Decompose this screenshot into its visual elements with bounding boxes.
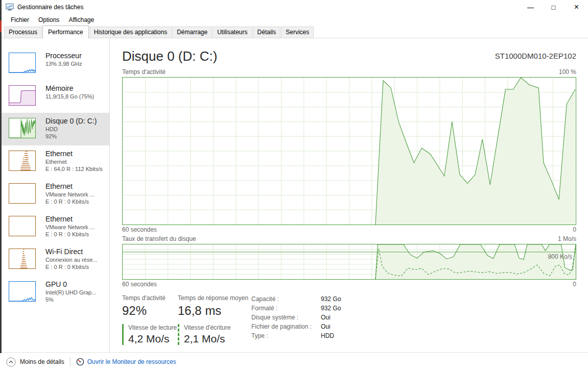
sidebar-item-sub: Connexion au rése... — [45, 256, 98, 263]
sidebar-item-sub: E : 0 R : 0 Kbits/s — [45, 263, 98, 270]
sidebar-item-cpu[interactable]: Processeur 13% 3,98 GHz — [2, 47, 109, 80]
chevron-up-circle-icon — [6, 357, 16, 367]
disk-stats: Temps d'activité 92% Vitesse de lecture … — [122, 294, 576, 345]
sidebar-item-title: Processeur — [45, 52, 82, 60]
detail-key: Capacité : — [251, 294, 321, 304]
tab-utilisateurs[interactable]: Utilisateurs — [213, 27, 252, 38]
sidebar-item-sub: 13% 3,98 GHz — [45, 60, 82, 67]
sidebar-item-title: Ethernet — [45, 182, 95, 191]
sidebar-item-sub: HDD — [45, 126, 97, 133]
cpu-sparkline — [9, 53, 36, 73]
tab-historique[interactable]: Historique des applications — [89, 27, 172, 38]
sidebar-item-title: Ethernet — [45, 150, 103, 158]
gauge-icon — [76, 358, 84, 366]
transfer-chart-max: 1 Mo/s — [558, 235, 576, 242]
less-details-button[interactable]: Moins de détails — [20, 358, 64, 365]
sidebar-item-sub: E : 64,0 R : 112 Kbits/s — [45, 165, 103, 172]
titlebar: Gestionnaire des tâches — □ × — [2, 0, 588, 14]
sidebar-item-sub: Intel(R) UHD Grap... — [45, 289, 97, 296]
activity-chart-label: Temps d'activité — [122, 68, 166, 76]
background-window-edge — [0, 0, 2, 353]
sidebar-item-ethernet-3[interactable]: Ethernet VMware Network ... E : 0 R : 0 … — [2, 211, 109, 243]
sidebar-item-wifi-direct[interactable]: Wi-Fi Direct Connexion au rése... E : 0 … — [2, 243, 109, 276]
activity-stat-label: Temps d'activité — [122, 294, 178, 302]
sidebar-item-ethernet-2[interactable]: Ethernet VMware Network ... E : 0 R : 0 … — [2, 178, 109, 211]
sidebar-item-disk[interactable]: Disque 0 (D: C:) HDD 92% — [2, 113, 109, 145]
sidebar-item-title: Mémoire — [45, 84, 94, 93]
transfer-chart-xlabel: 60 secondes — [122, 281, 157, 288]
activity-chart-xlabel: 60 secondes — [122, 226, 157, 233]
detail-value: Oui — [321, 322, 331, 331]
read-speed-label: Vitesse de lecture — [128, 324, 178, 331]
open-resource-monitor-link[interactable]: Ouvrir le Moniteur de ressources — [87, 358, 176, 365]
sidebar-item-title: Disque 0 (D: C:) — [45, 117, 97, 126]
sidebar-item-title: Ethernet — [45, 215, 95, 224]
detail-key: Disque système : — [251, 313, 321, 322]
tab-performance[interactable]: Performance — [42, 26, 89, 38]
ethernet-sparkline — [9, 183, 36, 204]
menu-affichage[interactable]: Affichage — [64, 15, 99, 25]
sidebar-item-sub: VMware Network ... — [45, 224, 95, 231]
detail-key: Fichier de pagination : — [251, 322, 321, 331]
sidebar-item-ethernet-1[interactable]: Ethernet Ethernet E : 64,0 R : 112 Kbits… — [2, 145, 109, 178]
statusbar: Moins de détails Ouvrir le Moniteur de r… — [2, 352, 588, 371]
sidebar-item-gpu[interactable]: GPU 0 Intel(R) UHD Grap... 5% — [2, 276, 109, 309]
sidebar-item-title: GPU 0 — [45, 280, 97, 289]
detail-key: Formaté : — [251, 304, 321, 313]
performance-sidebar: Processeur 13% 3,98 GHz Mémoire 11,9/15,… — [2, 38, 110, 352]
wifi-sparkline — [9, 249, 36, 269]
activity-chart-xright: 0 — [573, 226, 576, 233]
disk-model-name: ST1000DM010-2EP102 — [495, 52, 576, 60]
disk-performance-panel: Disque 0 (D: C:) ST1000DM010-2EP102 Temp… — [110, 38, 588, 352]
statusbar-divider — [70, 357, 70, 366]
detail-value: HDD — [321, 331, 334, 340]
menu-options[interactable]: Options — [34, 15, 64, 25]
minimize-button[interactable]: — — [519, 0, 542, 14]
detail-value: 932 Go — [321, 304, 341, 313]
task-manager-icon — [6, 3, 14, 11]
write-speed-value: 2,1 Mo/s — [184, 333, 251, 345]
memory-sparkline — [9, 85, 36, 106]
tab-processus[interactable]: Processus — [4, 27, 42, 38]
transfer-ref-label: 800 Ko/s — [548, 253, 572, 260]
read-speed-value: 4,2 Mo/s — [128, 333, 178, 345]
sidebar-item-sub: Ethernet — [45, 158, 103, 165]
ethernet-sparkline — [9, 216, 36, 236]
tab-services[interactable]: Services — [281, 27, 314, 38]
disk-transfer-chart: 800 Ko/s — [122, 244, 576, 280]
sidebar-item-memory[interactable]: Mémoire 11,9/15,8 Go (75%) — [2, 80, 109, 113]
sidebar-item-title: Wi-Fi Direct — [45, 248, 98, 256]
response-stat-label: Temps de réponse moyen — [178, 294, 251, 302]
maximize-button[interactable]: □ — [542, 0, 565, 14]
disk-details-table: Capacité :932 Go Formaté :932 Go Disque … — [251, 294, 341, 345]
task-manager-window: Gestionnaire des tâches — □ × Fichier Op… — [0, 0, 588, 371]
sidebar-item-sub: VMware Network ... — [45, 191, 95, 198]
response-stat-value: 16,8 ms — [178, 304, 251, 318]
sidebar-item-sub: 92% — [45, 133, 97, 140]
gpu-sparkline — [9, 281, 36, 302]
tab-details[interactable]: Détails — [253, 27, 281, 38]
disk-sparkline — [9, 118, 36, 138]
activity-stat-value: 92% — [122, 304, 178, 318]
write-speed-block: Vitesse d'écriture 2,1 Mo/s — [178, 324, 251, 345]
detail-value: 932 Go — [321, 294, 341, 304]
detail-value: Oui — [321, 313, 331, 322]
activity-chart-max: 100 % — [559, 68, 576, 76]
background-window-accent — [0, 20, 2, 32]
disk-activity-chart — [122, 77, 576, 225]
page-title: Disque 0 (D: C:) — [122, 48, 217, 64]
detail-key: Type : — [251, 331, 321, 340]
sidebar-item-sub: 11,9/15,8 Go (75%) — [45, 93, 94, 100]
close-button[interactable]: × — [565, 0, 588, 14]
sidebar-item-sub: E : 0 R : 0 Kbits/s — [45, 231, 95, 238]
tab-demarrage[interactable]: Démarrage — [172, 27, 212, 38]
read-speed-block: Vitesse de lecture 4,2 Mo/s — [122, 324, 178, 345]
transfer-chart-label: Taux de transfert du disque — [122, 235, 196, 242]
menu-fichier[interactable]: Fichier — [6, 15, 34, 25]
ethernet-sparkline — [9, 151, 36, 171]
sidebar-item-sub: E : 0 R : 0 Kbits/s — [45, 198, 95, 205]
tabbar: Processus Performance Historique des app… — [2, 26, 588, 38]
transfer-chart-xright: 0 — [573, 281, 576, 288]
window-title: Gestionnaire des tâches — [17, 4, 83, 11]
sidebar-item-sub: 5% — [45, 296, 97, 303]
